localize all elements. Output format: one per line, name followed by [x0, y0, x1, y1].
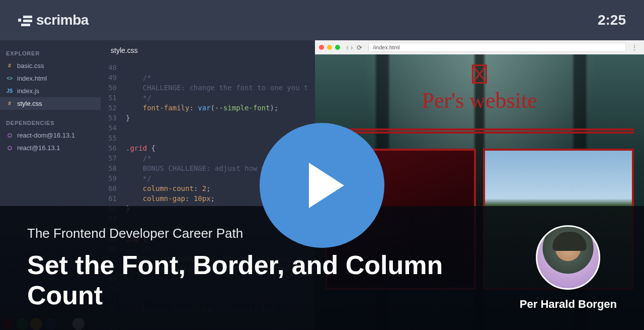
code-line[interactable]: 54 [101, 123, 315, 133]
line-content: column-gap: 10px; [126, 193, 215, 204]
overlay-text: The Frontend Developer Career Path Set t… [27, 226, 520, 311]
timestamp: 2:25 [598, 12, 626, 28]
divider-lines [325, 128, 634, 134]
line-number: 60 [101, 183, 126, 193]
dependency-name: react-dom@16.13.1 [17, 131, 75, 139]
line-content: /* [126, 153, 151, 163]
file-type-icon: <> [6, 75, 13, 82]
play-button[interactable] [260, 123, 384, 248]
brand-name: scrimba [36, 12, 89, 28]
instructor-name: Per Harald Borgen [520, 298, 617, 311]
logo[interactable]: scrimba [18, 12, 89, 28]
line-content: */ [126, 93, 151, 103]
dependency-item[interactable]: ⬡react@16.13.1 [0, 142, 101, 154]
file-basic-css[interactable]: #basic.css [0, 59, 101, 72]
editor-tab[interactable]: style.css [101, 40, 315, 60]
menu-icon[interactable]: ⋮ [629, 43, 640, 51]
refresh-icon[interactable]: ⟳ [357, 44, 362, 51]
site-title: Per's website [315, 88, 644, 113]
file-type-icon: # [6, 100, 13, 107]
back-icon[interactable]: ‹ [346, 43, 349, 51]
line-number: 48 [101, 62, 126, 73]
file-name: style.css [17, 100, 42, 107]
line-number: 58 [101, 163, 126, 173]
main-content: EXPLORER #basic.css<>index.htmlJSindex.j… [0, 40, 644, 330]
scrimba-logo-icon [18, 15, 32, 26]
line-number: 59 [101, 173, 126, 183]
dependencies-heading: DEPENDENCIES [0, 116, 101, 129]
line-content: .grid { [126, 143, 155, 153]
browser-chrome: ‹ › ⟳ /index.html ⋮ [315, 40, 644, 54]
line-content: column-count: 2; [126, 183, 211, 193]
line-content: */ [126, 173, 151, 183]
file-index-js[interactable]: JSindex.js [0, 85, 101, 97]
code-line[interactable]: 51 */ [101, 93, 315, 103]
line-number: 61 [101, 193, 126, 204]
play-icon [309, 163, 344, 208]
file-name: index.js [17, 87, 39, 95]
package-icon: ⬡ [6, 132, 13, 139]
line-number: 56 [101, 143, 126, 153]
maximize-icon[interactable] [335, 45, 340, 50]
line-content: /* [126, 73, 151, 83]
minimize-icon[interactable] [327, 45, 332, 50]
code-line[interactable]: 52 font-family: var(--simple-font); [101, 103, 315, 113]
line-content: CHALLENGE: change the font to one you t [126, 83, 308, 93]
code-line[interactable]: 50 CHALLENGE: change the font to one you… [101, 83, 315, 93]
course-path: The Frontend Developer Career Path [27, 226, 520, 241]
line-content: font-family: var(--simple-font); [126, 103, 278, 113]
package-icon: ⬡ [6, 145, 13, 152]
code-line[interactable]: 48 [101, 62, 315, 73]
code-line[interactable]: 53} [101, 113, 315, 123]
url-bar[interactable]: /index.html [368, 43, 626, 52]
close-icon[interactable] [319, 45, 324, 50]
file-index-html[interactable]: <>index.html [0, 72, 101, 85]
instructor-block: Per Harald Borgen [520, 225, 617, 311]
broken-image-icon [472, 64, 487, 84]
file-type-icon: JS [6, 88, 13, 95]
header: scrimba 2:25 [0, 0, 644, 40]
file-type-icon: # [6, 62, 13, 70]
line-number: 55 [101, 133, 126, 143]
line-number: 50 [101, 83, 126, 93]
line-number: 52 [101, 103, 126, 113]
forward-icon[interactable]: › [351, 43, 353, 51]
file-style-css[interactable]: #style.css [0, 97, 101, 110]
file-name: index.html [17, 75, 47, 82]
lesson-title: Set the Font, Border, and Column Count [27, 250, 520, 311]
line-number: 57 [101, 153, 126, 163]
explorer-heading: EXPLORER [0, 46, 101, 59]
dependency-item[interactable]: ⬡react-dom@16.13.1 [0, 129, 101, 142]
nav-arrows: ‹ › [346, 43, 353, 51]
code-line[interactable]: 49 /* [101, 73, 315, 83]
file-name: basic.css [17, 62, 44, 70]
line-content: } [126, 113, 130, 123]
traffic-lights [319, 45, 340, 50]
line-number: 53 [101, 113, 126, 123]
line-number: 51 [101, 93, 126, 103]
line-number: 49 [101, 73, 126, 83]
line-number: 54 [101, 123, 126, 133]
instructor-avatar[interactable] [536, 225, 600, 290]
dependency-name: react@16.13.1 [17, 144, 60, 152]
